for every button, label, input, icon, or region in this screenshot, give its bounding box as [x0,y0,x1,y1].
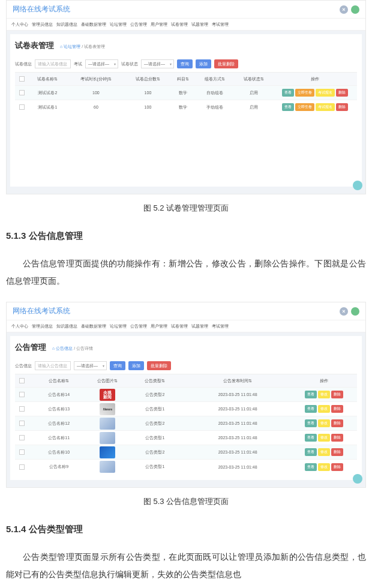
col-ops: 操作 [273,73,357,86]
nav-item[interactable]: 论坛管理 [110,323,127,329]
row-checkbox[interactable] [19,464,25,470]
view-button[interactable]: 查看 [305,434,317,442]
col-name[interactable]: 公告名称⇅ [28,374,89,388]
nav-item[interactable]: 管理员信息 [32,323,53,329]
figure-caption-2: 图 5.3 公告信息管理页面 [0,496,372,507]
select-subject[interactable]: —请选择— [85,59,118,68]
view-button[interactable]: 查看 [305,448,317,456]
cell-name: 公告名称13 [28,402,89,416]
float-icon[interactable] [353,181,362,190]
col-mode[interactable]: 组卷方式⇅ [196,73,235,86]
edit-button[interactable]: 修改 [318,419,330,427]
screenshot-notice-mgmt: 网络在线考试系统 × 个人中心 管理员信息 知识题信息 基础数据管理 论坛管理 … [6,302,366,488]
search-input[interactable]: 请输入试卷信息 [35,59,71,68]
user-icon[interactable] [351,5,359,14]
search-input[interactable]: 请输入公告信息 [35,361,71,370]
delete-button[interactable]: 删除 [336,89,348,97]
crumb-home[interactable]: ⌂ 公告信息 [52,346,73,350]
row-checkbox[interactable] [19,90,25,95]
col-name[interactable]: 试卷名称⇅ [28,73,67,86]
select-type[interactable]: —请选择— [74,361,107,370]
nav-item[interactable]: 用户管理 [151,22,167,28]
nav-item[interactable]: 试卷管理 [171,22,188,28]
delete-button[interactable]: 删除 [331,419,343,427]
search-label: 试卷信息 [15,61,32,67]
close-icon[interactable]: × [340,307,348,316]
cell-type: 公告类型2 [125,388,184,402]
nav-item[interactable]: 公告管理 [130,323,147,329]
cell-subj: 数学 [171,100,196,115]
nav-item[interactable]: 试题管理 [191,22,208,28]
user-icon[interactable] [351,307,359,316]
search-button[interactable]: 查询 [110,361,125,370]
nav-item[interactable]: 考试管理 [212,22,229,28]
close-icon[interactable]: × [340,5,348,14]
delete-button[interactable]: 删除 [331,391,343,398]
nav-item[interactable]: 试题管理 [191,323,208,329]
app-header: 网络在线考试系统 × [7,1,365,19]
row-checkbox[interactable] [19,406,25,412]
cell-time: 2023-03-25 11:01:48 [184,460,291,474]
delete-button[interactable]: 删除 [331,434,343,442]
nav-item[interactable]: 试卷管理 [171,323,188,329]
col-status[interactable]: 试卷状态⇅ [234,73,273,86]
nav-item[interactable]: 管理员信息 [32,22,53,28]
col-subject[interactable]: 科目⇅ [171,73,196,86]
nav-item[interactable]: 个人中心 [11,323,28,329]
crumb-home[interactable]: ⌂ 论坛管理 [60,44,80,49]
gen-button[interactable]: 立即生卷 [295,89,314,97]
row-checkbox[interactable] [19,104,25,110]
select-status[interactable]: —请选择— [141,59,174,68]
nav-item[interactable]: 知识题信息 [56,22,77,28]
view-button[interactable]: 查看 [282,89,294,97]
cell-mode: 手动组卷 [196,100,235,115]
app-header: 网络在线考试系统 × [7,302,365,320]
float-icon[interactable] [353,474,362,484]
col-score[interactable]: 试卷总分数⇅ [125,73,171,86]
col-img[interactable]: 公告图片⇅ [89,374,125,388]
add-button[interactable]: 添加 [196,59,211,68]
view-button[interactable]: 查看 [305,405,317,413]
delete-button[interactable]: 删除 [336,103,348,111]
view-button[interactable]: 查看 [305,463,317,471]
row-checkbox[interactable] [19,449,25,455]
col-time[interactable]: 公告发布时间⇅ [184,374,291,388]
checkbox-all[interactable] [19,378,25,383]
nav-item[interactable]: 用户管理 [151,323,167,329]
edit-button[interactable]: 修改 [318,448,330,456]
edit-button[interactable]: 修改 [318,391,330,398]
enroll-button[interactable]: 考试报名 [316,89,335,97]
view-button[interactable]: 查看 [305,419,317,427]
nav-item[interactable]: 论坛管理 [110,22,127,28]
nav-item[interactable]: 知识题信息 [56,323,77,329]
row-checkbox[interactable] [19,435,25,440]
edit-button[interactable]: 修改 [318,434,330,442]
delete-button[interactable]: 删除 [331,463,343,471]
delete-button[interactable]: 删除 [331,448,343,456]
col-type[interactable]: 公告类型⇅ [125,374,184,388]
nav-item[interactable]: 公告管理 [130,22,147,28]
nav-item[interactable]: 个人中心 [11,22,28,28]
batch-delete-button[interactable]: 批量删除 [214,59,238,68]
view-button[interactable]: 查看 [305,391,317,398]
paper-table: 试卷名称⇅ 考试时长(分钟)⇅ 试卷总分数⇅ 科目⇅ 组卷方式⇅ 试卷状态⇅ 操… [15,72,357,115]
nav-item[interactable]: 考试管理 [212,323,229,329]
cell-mode: 自动组卷 [196,86,235,100]
nav-item[interactable]: 基础数据管理 [81,22,106,28]
nav-item[interactable]: 基础数据管理 [81,323,106,329]
search-button[interactable]: 查询 [177,59,193,68]
edit-button[interactable]: 修改 [318,405,330,413]
figure-caption-1: 图 5.2 试卷管理管理页面 [0,203,372,214]
gen-button[interactable]: 立即生卷 [295,103,314,111]
row-checkbox[interactable] [19,421,25,426]
view-button[interactable]: 查看 [282,103,294,111]
add-button[interactable]: 添加 [128,361,144,370]
row-checkbox[interactable] [19,392,25,397]
checkbox-all[interactable] [19,76,25,82]
batch-delete-button[interactable]: 批量删除 [147,361,171,370]
cell-name: 公告名称14 [28,388,89,402]
enroll-button[interactable]: 考试报名 [316,103,335,111]
delete-button[interactable]: 删除 [331,405,343,413]
col-duration[interactable]: 考试时长(分钟)⇅ [67,73,125,86]
edit-button[interactable]: 修改 [318,463,330,471]
